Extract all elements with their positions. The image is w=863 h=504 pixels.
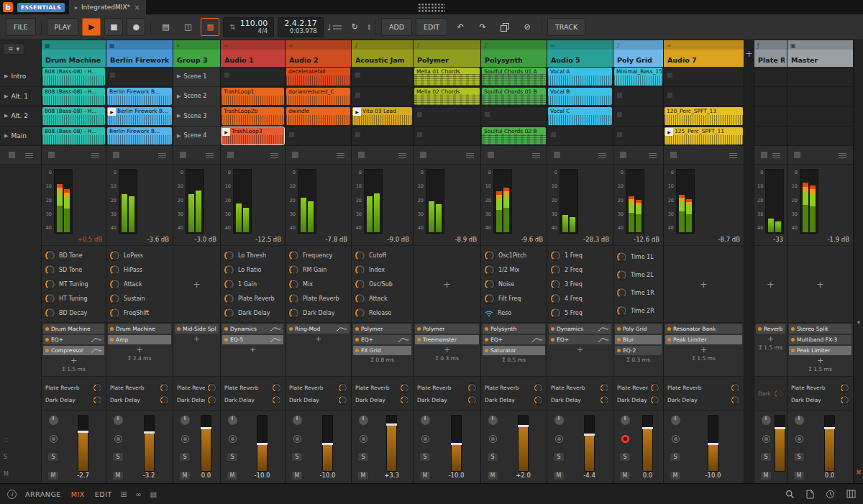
pan-knob[interactable] — [227, 415, 238, 426]
mute-button[interactable]: M — [291, 471, 303, 480]
panel-layout-icon[interactable]: ▤ — [150, 490, 156, 498]
track-header[interactable]: ≈Audio 5 — [547, 40, 613, 67]
clip-808-bass-08-h[interactable]: 808 (Bass-08) - H... — [42, 107, 105, 125]
device-dynamics[interactable]: Dynamics — [222, 324, 283, 334]
pan-knob[interactable] — [670, 415, 681, 426]
slot-lines-icon[interactable] — [398, 152, 406, 158]
macro-knob[interactable] — [224, 293, 234, 304]
slot-lines-icon[interactable] — [337, 152, 344, 158]
macro-knob[interactable] — [616, 252, 627, 262]
volume-fader[interactable] — [775, 415, 785, 472]
macro-knob[interactable] — [45, 293, 55, 304]
spinner-down-icon[interactable]: ▾ — [367, 27, 370, 30]
send-knob[interactable] — [600, 383, 609, 393]
redo-button[interactable]: ↷ — [473, 18, 492, 36]
fader-handle[interactable] — [257, 443, 268, 445]
macro-knob[interactable] — [45, 308, 55, 319]
record-arm-button[interactable] — [762, 435, 770, 443]
device-power-button[interactable] — [224, 327, 228, 331]
volume-fader[interactable] — [518, 415, 529, 472]
pan-knob[interactable] — [554, 415, 565, 426]
clip-trashloop1[interactable]: TrashLoop1 — [222, 88, 284, 106]
send-knob[interactable] — [338, 383, 347, 393]
mute-button[interactable]: M — [47, 471, 59, 480]
mute-button[interactable]: M — [357, 471, 369, 480]
mute-button[interactable]: M — [670, 471, 681, 480]
send-knob[interactable] — [840, 383, 849, 393]
macro-knob[interactable] — [45, 279, 55, 290]
send-knob[interactable] — [731, 383, 740, 393]
slot-lines-icon[interactable] — [839, 152, 846, 158]
device-power-button[interactable] — [110, 338, 114, 342]
mute-button[interactable]: M — [553, 471, 565, 480]
empty-clip-slot[interactable] — [352, 68, 412, 86]
device-blur[interactable]: Blur — [615, 335, 662, 344]
view-tab-edit[interactable]: EDIT — [95, 490, 112, 498]
clip-stop-button[interactable] — [620, 152, 626, 158]
device-drum-machine[interactable]: Drum Machine — [108, 324, 171, 334]
macro-knob[interactable] — [224, 250, 234, 261]
device-ring-mod[interactable]: Ring-Mod — [287, 324, 350, 334]
piano-keyboard-icon[interactable] — [846, 490, 856, 498]
bitwig-logo[interactable]: b — [3, 2, 13, 12]
device-power-button[interactable] — [485, 327, 488, 331]
macro-knob[interactable] — [109, 279, 120, 290]
device-power-button[interactable] — [224, 338, 228, 342]
groove-button[interactable]: ▦ — [201, 18, 219, 36]
device-poly-grid[interactable]: Poly Grid — [615, 324, 662, 334]
device-power-button[interactable] — [667, 338, 671, 342]
send-knob[interactable] — [467, 395, 477, 405]
empty-clip-slot[interactable] — [614, 127, 662, 145]
fader-handle[interactable] — [708, 443, 718, 445]
track-header[interactable]: ▦Drum Machine — [42, 40, 106, 67]
add-device-button[interactable]: + — [549, 346, 611, 354]
solo-button[interactable]: S — [47, 452, 59, 462]
fader-handle[interactable] — [451, 443, 462, 445]
pan-knob[interactable] — [48, 415, 59, 426]
device-reverb[interactable]: Reverb — [756, 324, 785, 334]
device-multiband-fx-3[interactable]: Multiband FX-3 — [789, 335, 851, 344]
macro-knob[interactable] — [550, 250, 561, 261]
send-knob[interactable] — [272, 383, 281, 393]
solo-section-icon[interactable]: S — [4, 454, 9, 460]
fader-handle[interactable] — [584, 434, 595, 436]
mute-button[interactable]: M — [112, 471, 124, 480]
device-power-button[interactable] — [551, 327, 554, 331]
device-power-button[interactable] — [417, 327, 421, 331]
mute-section-icon[interactable]: M — [4, 471, 9, 477]
send-knob[interactable] — [467, 383, 477, 393]
track-header[interactable]: ≈Audio 7 — [664, 40, 744, 67]
scene-row-main[interactable]: ▶Main — [0, 127, 41, 147]
slot-lines-icon[interactable] — [729, 152, 737, 158]
device-power-button[interactable] — [110, 327, 114, 331]
value-spinner[interactable]: ▴ ▾ — [367, 24, 370, 29]
device-power-button[interactable] — [791, 338, 795, 342]
device-polymer[interactable]: Polymer — [353, 324, 411, 334]
volume-fader[interactable] — [257, 415, 268, 472]
device-polysynth[interactable]: Polysynth — [483, 324, 545, 334]
view-tab-mix[interactable]: MIX — [71, 490, 85, 498]
solo-button[interactable]: S — [793, 452, 805, 462]
device-resonator-bank[interactable]: Resonator Bank — [665, 324, 742, 334]
device-power-button[interactable] — [791, 327, 795, 331]
clip-stop-button[interactable] — [292, 152, 298, 158]
send-knob[interactable] — [207, 383, 216, 393]
pan-knob[interactable] — [358, 415, 369, 426]
track-header[interactable]: ♪Acoustic Jam — [352, 40, 413, 67]
record-arm-button[interactable] — [672, 435, 680, 443]
macro-knob[interactable] — [484, 293, 495, 304]
copy-button[interactable] — [496, 18, 514, 36]
tab-close-icon[interactable]: × — [134, 4, 140, 12]
solo-button[interactable]: S — [227, 452, 238, 462]
device-drum-machine[interactable]: Drum Machine — [43, 324, 104, 334]
track-header[interactable]: ≈Audio 2 — [286, 40, 351, 67]
browser-file-icon[interactable] — [806, 490, 814, 499]
pan-section-icon[interactable]: ◌ — [4, 436, 9, 443]
history-clock-icon[interactable] — [826, 490, 835, 499]
clip-808-bass-08-h[interactable]: 808 (Bass-08) - H... — [42, 127, 105, 145]
mute-button[interactable]: M — [619, 471, 631, 480]
send-knob[interactable] — [93, 383, 102, 393]
slot-lines-icon[interactable] — [598, 152, 606, 158]
metronome-volume-bars[interactable] — [333, 25, 342, 29]
track-header[interactable]: ♪Polymer — [414, 40, 480, 67]
